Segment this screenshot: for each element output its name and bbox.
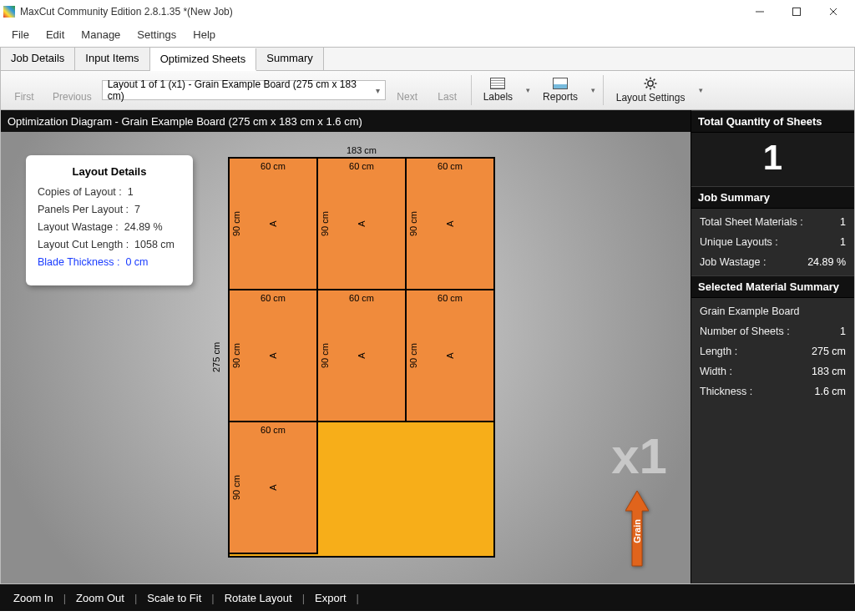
diagram-header: Optimization Diagram - Grain Example Boa… <box>1 110 691 132</box>
last-button[interactable]: Last <box>429 73 466 107</box>
job-summary-body: Total Sheet Materials :1 Unique Layouts … <box>691 209 854 275</box>
grain-arrow: Grain <box>625 491 649 571</box>
window-title: MaxCut Community Edition 2.8.1.35 *(New … <box>20 6 741 18</box>
panel-a[interactable]: 60 cm 90 cm A <box>405 289 495 422</box>
tab-optimized-sheets[interactable]: Optimized Sheets <box>150 48 257 71</box>
work-area: Optimization Diagram - Grain Example Boa… <box>0 110 855 584</box>
main-tabs: Job Details Input Items Optimized Sheets… <box>0 47 855 70</box>
material-length: Length :275 cm <box>691 341 854 361</box>
sheet[interactable]: 60 cm 90 cm A 60 cm 90 cm A 60 cm 90 cm … <box>228 157 495 558</box>
panel-a[interactable]: 60 cm 90 cm A <box>228 421 318 554</box>
export-button[interactable]: Export <box>315 592 347 604</box>
tab-input-items[interactable]: Input Items <box>75 48 149 70</box>
next-button[interactable]: Next <box>389 73 426 107</box>
detail-cutlength: Layout Cut Length : 1058 cm <box>38 239 181 250</box>
reports-dropdown[interactable]: ▾ <box>588 86 598 94</box>
chevron-down-icon: ▾ <box>376 86 380 95</box>
menu-manage[interactable]: Manage <box>73 25 129 44</box>
layout-settings-button[interactable]: Layout Settings <box>609 73 692 107</box>
zoom-out-button[interactable]: Zoom Out <box>76 592 124 604</box>
last-icon <box>440 78 455 89</box>
menu-file[interactable]: File <box>3 25 38 44</box>
svg-point-4 <box>648 81 653 86</box>
menubar: File Edit Manage Settings Help <box>0 23 855 45</box>
diagram-panel: Optimization Diagram - Grain Example Boa… <box>1 110 691 583</box>
titlebar: MaxCut Community Edition 2.8.1.35 *(New … <box>0 0 855 23</box>
previous-button[interactable]: Previous <box>46 73 99 107</box>
separator <box>603 75 604 105</box>
svg-rect-1 <box>793 8 801 16</box>
menu-edit[interactable]: Edit <box>38 25 73 44</box>
layout-selector[interactable]: Layout 1 of 1 (x1) - Grain Example Board… <box>102 80 386 100</box>
labels-dropdown[interactable]: ▾ <box>523 86 533 94</box>
layout-details-card: Layout Details Copies of Layout : 1 Pane… <box>26 155 193 285</box>
zoom-in-button[interactable]: Zoom In <box>13 592 53 604</box>
first-button[interactable]: First <box>6 73 43 107</box>
material-name: Grain Example Board <box>691 301 854 321</box>
reports-button[interactable]: Reports <box>536 73 584 107</box>
material-width: Width :183 cm <box>691 361 854 381</box>
next-icon <box>400 78 415 89</box>
material-thickness: Thickness :1.6 cm <box>691 381 854 401</box>
app-icon <box>3 6 15 18</box>
svg-line-12 <box>646 87 648 88</box>
summary-sidebar: Total Quantity of Sheets 1 Job Summary T… <box>691 110 854 583</box>
svg-line-11 <box>654 79 655 81</box>
menu-help[interactable]: Help <box>185 25 224 44</box>
job-sheet-materials: Total Sheet Materials :1 <box>691 212 854 232</box>
material-summary-body: Grain Example Board Number of Sheets :1 … <box>691 298 854 405</box>
tab-job-details[interactable]: Job Details <box>1 48 75 70</box>
panel-a[interactable]: 60 cm 90 cm A <box>405 157 495 290</box>
layout-settings-dropdown[interactable]: ▾ <box>696 86 706 94</box>
layout-selector-text: Layout 1 of 1 (x1) - Grain Example Board… <box>108 78 376 102</box>
total-sheets-value: 1 <box>691 133 854 186</box>
footer-toolbar: Zoom In | Zoom Out | Scale to Fit | Rota… <box>0 584 855 611</box>
multiplier-label: x1 <box>611 427 667 485</box>
reports-icon <box>553 78 568 89</box>
rotate-layout-button[interactable]: Rotate Layout <box>225 592 292 604</box>
maximize-button[interactable] <box>778 1 815 23</box>
tab-summary[interactable]: Summary <box>256 48 324 70</box>
svg-line-10 <box>654 87 655 88</box>
first-icon <box>17 78 32 89</box>
sheet-width-label: 183 cm <box>228 145 495 155</box>
minimize-button[interactable] <box>741 1 778 23</box>
layout-details-title: Layout Details <box>38 165 181 178</box>
close-button[interactable] <box>815 1 852 23</box>
svg-line-9 <box>646 79 648 81</box>
detail-wastage: Layout Wastage : 24.89 % <box>38 221 181 233</box>
detail-panels: Panels Per Layout : 7 <box>38 204 181 215</box>
menu-settings[interactable]: Settings <box>129 25 185 44</box>
job-unique-layouts: Unique Layouts :1 <box>691 232 854 252</box>
gear-icon <box>644 77 657 90</box>
material-num-sheets: Number of Sheets :1 <box>691 321 854 341</box>
job-wastage: Job Wastage :24.89 % <box>691 252 854 272</box>
labels-icon <box>490 78 505 89</box>
detail-blade[interactable]: Blade Thickness : 0 cm <box>38 256 181 268</box>
previous-icon <box>64 78 79 89</box>
total-sheets-header: Total Quantity of Sheets <box>691 110 854 133</box>
separator <box>471 75 472 105</box>
job-summary-header: Job Summary <box>691 186 854 209</box>
toolbar: First Previous Layout 1 of 1 (x1) - Grai… <box>0 70 855 110</box>
diagram-canvas[interactable]: Layout Details Copies of Layout : 1 Pane… <box>1 132 691 583</box>
labels-button[interactable]: Labels <box>477 73 519 107</box>
material-summary-header: Selected Material Summary <box>691 275 854 298</box>
scale-to-fit-button[interactable]: Scale to Fit <box>147 592 201 604</box>
detail-copies: Copies of Layout : 1 <box>38 186 181 198</box>
